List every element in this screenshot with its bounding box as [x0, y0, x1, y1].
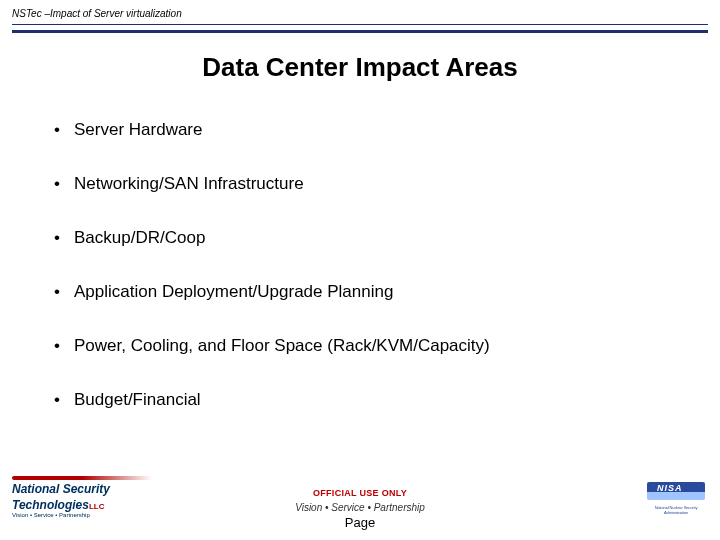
logo-swoosh-icon	[12, 476, 152, 480]
footer-official: OFFICIAL USE ONLY	[0, 488, 720, 498]
list-item: Backup/DR/Coop	[50, 228, 680, 248]
header-rule	[12, 24, 708, 33]
list-item: Application Deployment/Upgrade Planning	[50, 282, 680, 302]
list-item: Budget/Financial	[50, 390, 680, 410]
list-item: Power, Cooling, and Floor Space (Rack/KV…	[50, 336, 680, 356]
list-item: Server Hardware	[50, 120, 680, 140]
bullet-list: Server Hardware Networking/SAN Infrastru…	[50, 120, 680, 410]
slide: NSTec –Impact of Server virtualization D…	[0, 0, 720, 540]
footer: OFFICIAL USE ONLY Vision • Service • Par…	[0, 488, 720, 530]
footer-tagline: Vision • Service • Partnership	[0, 502, 720, 513]
header-label: NSTec –Impact of Server virtualization	[12, 8, 182, 19]
list-item: Networking/SAN Infrastructure	[50, 174, 680, 194]
footer-page: Page	[0, 515, 720, 530]
content-area: Server Hardware Networking/SAN Infrastru…	[50, 120, 680, 444]
page-title: Data Center Impact Areas	[0, 52, 720, 83]
